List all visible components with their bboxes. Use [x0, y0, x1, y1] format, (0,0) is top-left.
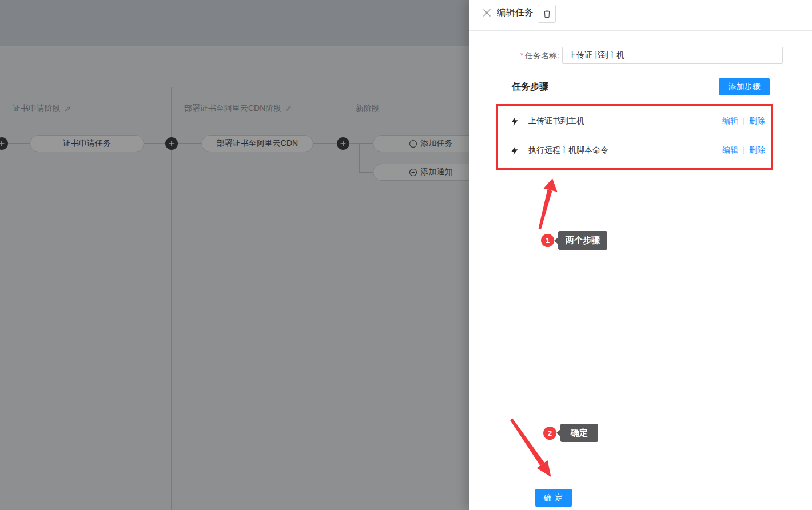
- drawer-header: 编辑任务: [469, 0, 812, 31]
- edit-step-link[interactable]: 编辑: [722, 145, 738, 156]
- drawer-title: 编辑任务: [497, 7, 534, 19]
- link-divider: [743, 147, 744, 154]
- step-actions: 编辑 删除: [722, 145, 765, 156]
- step-name: 执行远程主机脚本命令: [528, 145, 722, 156]
- task-steps-heading: 任务步骤: [512, 81, 548, 93]
- annotation-tooltip-1: 两个步骤: [558, 231, 607, 250]
- lightning-icon: [511, 146, 518, 155]
- step-row-1: 上传证书到主机 编辑 删除: [511, 107, 765, 136]
- task-name-label-text: 任务名称:: [525, 51, 559, 60]
- annotation-badge-1: 1: [541, 234, 554, 247]
- app-root: 证书申请阶段 部署证书至阿里云CDN阶段 新阶段 证: [0, 0, 812, 510]
- step-row-2: 执行远程主机脚本命令 编辑 删除: [511, 136, 765, 165]
- edit-task-drawer: 编辑任务 *任务名称: 任务步骤 添加步骤 上传证书到主机 编辑 删除: [469, 0, 812, 510]
- link-divider: [743, 118, 744, 125]
- step-name: 上传证书到主机: [528, 116, 722, 126]
- task-name-input[interactable]: [562, 47, 783, 64]
- delete-step-link[interactable]: 删除: [749, 145, 765, 156]
- trash-icon: [543, 9, 551, 18]
- annotation-tooltip-2: 确定: [560, 424, 598, 442]
- delete-step-link[interactable]: 删除: [749, 116, 765, 126]
- step-actions: 编辑 删除: [722, 116, 765, 126]
- delete-task-button[interactable]: [538, 5, 556, 23]
- lightning-icon: [511, 117, 518, 126]
- required-mark: *: [520, 51, 523, 60]
- task-name-label: *任务名称:: [502, 51, 559, 61]
- edit-step-link[interactable]: 编辑: [722, 116, 738, 126]
- close-icon[interactable]: [483, 9, 491, 17]
- add-step-button[interactable]: 添加步骤: [719, 78, 770, 95]
- annotation-badge-2: 2: [543, 427, 556, 440]
- confirm-button[interactable]: 确 定: [535, 489, 572, 507]
